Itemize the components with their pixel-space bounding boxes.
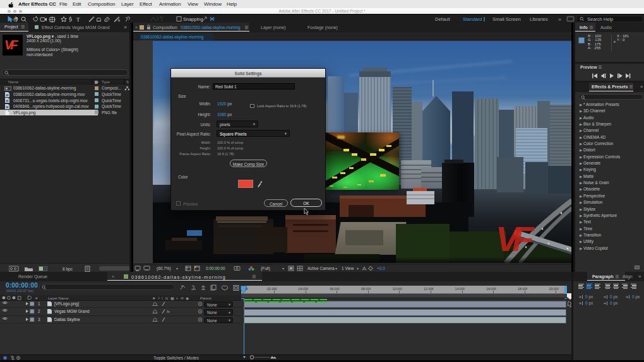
- svg-text:★: ★: [152, 296, 155, 300]
- svg-text:▦: ▦: [170, 296, 174, 300]
- svg-text:(60.7%): (60.7%): [157, 266, 171, 271]
- svg-text:3: 3: [38, 317, 40, 322]
- svg-text:1 View: 1 View: [342, 266, 354, 271]
- svg-text:\: \: [162, 296, 163, 300]
- svg-text:0:00:00:00: 0:00:00:00: [206, 266, 225, 271]
- svg-text:◉: ◉: [186, 296, 189, 300]
- svg-text:T: T: [76, 16, 80, 23]
- svg-text:Search Help: Search Help: [587, 16, 613, 22]
- svg-text:✧: ✧: [157, 296, 160, 300]
- svg-text:Parent: Parent: [200, 296, 212, 300]
- svg-text:(Full): (Full): [261, 266, 270, 271]
- svg-text:Default: Default: [435, 16, 451, 22]
- svg-text:Toggle Switches / Modes: Toggle Switches / Modes: [153, 356, 200, 360]
- svg-text:Active Camera: Active Camera: [307, 266, 335, 271]
- svg-text:Vegas MGM Grand: Vegas MGM Grand: [54, 309, 90, 314]
- svg-text:Standard: Standard: [463, 16, 482, 22]
- svg-text:▾: ▾: [176, 267, 178, 271]
- svg-text:▾: ▾: [282, 267, 284, 271]
- svg-text:▾: ▾: [357, 267, 359, 271]
- svg-text:#: #: [35, 296, 38, 300]
- svg-text:Snapping: Snapping: [183, 16, 203, 22]
- svg-text:fx: fx: [167, 310, 170, 313]
- svg-text:[VFLogo.png]: [VFLogo.png]: [54, 301, 79, 307]
- svg-text:2: 2: [38, 309, 40, 313]
- svg-text:Dallas Skyline: Dallas Skyline: [54, 317, 80, 322]
- svg-text:Small Screen: Small Screen: [492, 16, 521, 22]
- svg-text:+0.0: +0.0: [377, 266, 385, 271]
- svg-text:◑: ◑: [176, 296, 178, 300]
- svg-text:⊘: ⊘: [181, 296, 184, 300]
- svg-text:»: »: [558, 16, 561, 23]
- svg-text:8 bpc: 8 bpc: [63, 267, 73, 272]
- svg-text:Layer Name: Layer Name: [48, 296, 69, 300]
- svg-text:Libraries: Libraries: [530, 16, 548, 22]
- svg-text:1: 1: [38, 301, 40, 306]
- svg-text:fx: fx: [165, 296, 169, 300]
- svg-text:▾: ▾: [335, 267, 337, 271]
